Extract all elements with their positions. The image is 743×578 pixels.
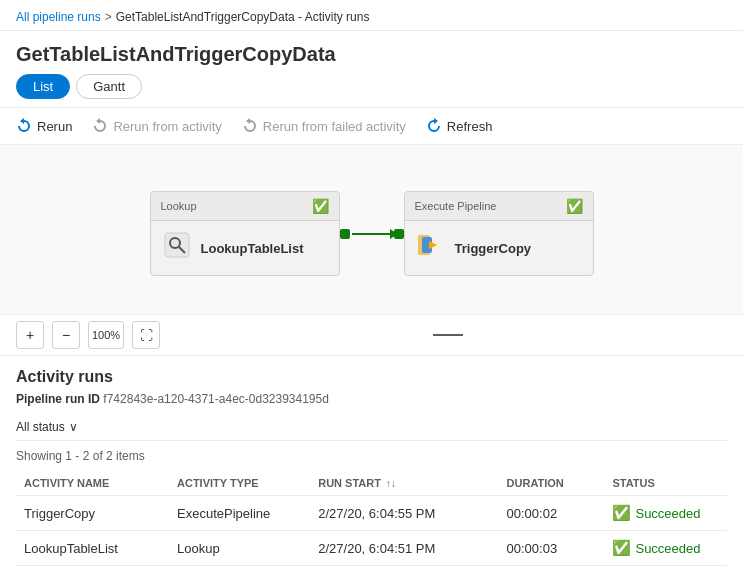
execute-name: TriggerCopy: [455, 241, 532, 256]
canvas-inner: Lookup ✅ LookupTableList: [24, 169, 719, 298]
table-row: LookupTableList Lookup 2/27/20, 6:04:51 …: [16, 531, 727, 566]
row2-status-label: Succeeded: [635, 541, 700, 556]
filter-status-label: All status: [16, 420, 65, 434]
zoom-in-button[interactable]: +: [16, 321, 44, 349]
activity-lookup-header: Lookup ✅: [151, 192, 339, 221]
breadcrumb: All pipeline runs > GetTableListAndTrigg…: [0, 0, 743, 31]
toolbar: Rerun Rerun from activity Rerun from fai…: [0, 107, 743, 145]
row2-activity-type: Lookup: [169, 531, 310, 566]
pipeline-run-id-label: Pipeline run ID: [16, 392, 100, 406]
breadcrumb-separator: >: [105, 10, 112, 24]
tab-bar: List Gantt: [0, 74, 743, 107]
divider: [433, 334, 463, 336]
canvas-area: Lookup ✅ LookupTableList: [0, 145, 743, 315]
pipeline-run-id: Pipeline run ID f742843e-a120-4371-a4ec-…: [16, 392, 727, 406]
refresh-icon: [426, 118, 442, 134]
row2-run-start: 2/27/20, 6:04:51 PM: [310, 531, 498, 566]
lookup-success-badge: ✅: [312, 198, 329, 214]
connector: [340, 229, 404, 239]
rerun-button[interactable]: Rerun: [16, 114, 72, 138]
row1-status: ✅ Succeeded: [604, 496, 727, 531]
col-header-activity-name: ACTIVITY NAME: [16, 471, 169, 496]
activity-execute-pipeline[interactable]: Execute Pipeline ✅ TriggerCopy: [404, 191, 594, 276]
row2-status-icon: ✅: [612, 539, 631, 557]
activity-execute-header: Execute Pipeline ✅: [405, 192, 593, 221]
lookup-name: LookupTableList: [201, 241, 304, 256]
connector-dot-left: [340, 229, 350, 239]
col-header-run-start[interactable]: RUN START ↑↓: [310, 471, 498, 496]
col-header-duration: DURATION: [499, 471, 605, 496]
page-title: GetTableListAndTriggerCopyData: [0, 31, 743, 74]
zoom-out-button[interactable]: −: [52, 321, 80, 349]
col-header-activity-type: ACTIVITY TYPE: [169, 471, 310, 496]
activity-lookup[interactable]: Lookup ✅ LookupTableList: [150, 191, 340, 276]
rerun-icon: [16, 118, 32, 134]
execute-icon: [417, 231, 445, 265]
col-header-status: STATUS: [604, 471, 727, 496]
fit-button[interactable]: 100%: [88, 321, 124, 349]
connector-line: [352, 233, 392, 235]
activity-runs-table: ACTIVITY NAME ACTIVITY TYPE RUN START ↑↓…: [16, 471, 727, 566]
refresh-button[interactable]: Refresh: [426, 114, 493, 138]
row1-status-icon: ✅: [612, 504, 631, 522]
rerun-from-failed-label: Rerun from failed activity: [263, 119, 406, 134]
lookup-icon: [163, 231, 191, 265]
row1-activity-type: ExecutePipeline: [169, 496, 310, 531]
section-title: Activity runs: [16, 368, 727, 386]
canvas-controls: + − 100% ⛶: [0, 315, 743, 356]
rerun-from-activity-icon: [92, 118, 108, 134]
filter-status-button[interactable]: All status ∨: [16, 420, 78, 434]
sort-icon: ↑↓: [386, 478, 396, 489]
rerun-from-activity-label: Rerun from activity: [113, 119, 221, 134]
rerun-from-failed-icon: [242, 118, 258, 134]
rerun-from-activity-button[interactable]: Rerun from activity: [92, 114, 221, 138]
row1-run-start: 2/27/20, 6:04:55 PM: [310, 496, 498, 531]
activity-execute-body: TriggerCopy: [405, 221, 593, 275]
row1-duration: 00:00:02: [499, 496, 605, 531]
row1-activity-name: TriggerCopy: [16, 496, 169, 531]
activity-lookup-body: LookupTableList: [151, 221, 339, 275]
table-row: TriggerCopy ExecutePipeline 2/27/20, 6:0…: [16, 496, 727, 531]
activity-runs-section: Activity runs Pipeline run ID f742843e-a…: [0, 356, 743, 566]
filter-bar: All status ∨: [16, 414, 727, 441]
svg-marker-5: [429, 241, 437, 249]
breadcrumb-link[interactable]: All pipeline runs: [16, 10, 101, 24]
refresh-label: Refresh: [447, 119, 493, 134]
execute-success-badge: ✅: [566, 198, 583, 214]
lookup-header-label: Lookup: [161, 200, 197, 212]
tab-list[interactable]: List: [16, 74, 70, 99]
svg-rect-0: [165, 233, 189, 257]
rerun-from-failed-button[interactable]: Rerun from failed activity: [242, 114, 406, 138]
row1-status-label: Succeeded: [635, 506, 700, 521]
breadcrumb-current: GetTableListAndTriggerCopyData - Activit…: [116, 10, 370, 24]
row2-duration: 00:00:03: [499, 531, 605, 566]
row2-status: ✅ Succeeded: [604, 531, 727, 566]
pipeline-run-id-value: f742843e-a120-4371-a4ec-0d323934195d: [103, 392, 329, 406]
execute-header-label: Execute Pipeline: [415, 200, 497, 212]
table-header-row: ACTIVITY NAME ACTIVITY TYPE RUN START ↑↓…: [16, 471, 727, 496]
expand-button[interactable]: ⛶: [132, 321, 160, 349]
filter-chevron-icon: ∨: [69, 420, 78, 434]
rerun-label: Rerun: [37, 119, 72, 134]
row2-activity-name: LookupTableList: [16, 531, 169, 566]
items-count: Showing 1 - 2 of 2 items: [16, 445, 727, 471]
tab-gantt[interactable]: Gantt: [76, 74, 142, 99]
